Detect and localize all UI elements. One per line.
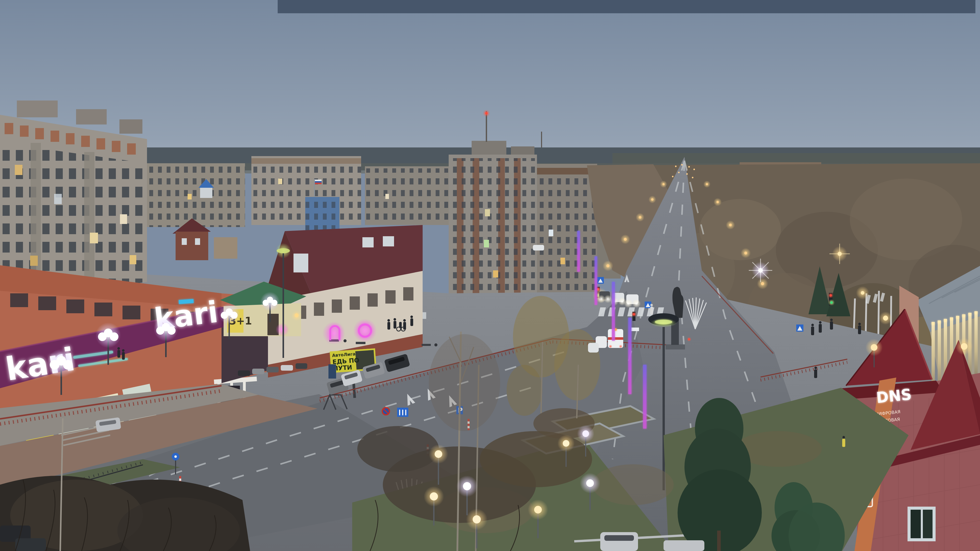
crosswalk-sign — [645, 302, 651, 308]
dns-logo: DNS — [875, 386, 912, 407]
person-yellow-vest — [842, 436, 845, 447]
russian-flag — [315, 179, 321, 184]
castle-window — [907, 507, 935, 541]
info-totem — [328, 364, 336, 379]
ambulance-minibus — [608, 328, 623, 348]
no-stopping-sign — [382, 408, 390, 415]
city-scene: kari kari 3+1 — [0, 0, 980, 551]
webcam-frame: kari kari 3+1 — [0, 0, 980, 551]
parked-minivan — [600, 532, 638, 551]
pedestrian-crossing-person — [650, 304, 653, 314]
crosswalk-sign — [597, 277, 604, 284]
webcam-overlay-bar: Strezhi.Ru 205.3 Mbit/s 23.81 fr/s 26.10… — [278, 0, 975, 13]
lane-direction-sign — [397, 408, 408, 417]
street-name-plate — [632, 327, 639, 331]
crosswalk-sign — [796, 324, 803, 332]
